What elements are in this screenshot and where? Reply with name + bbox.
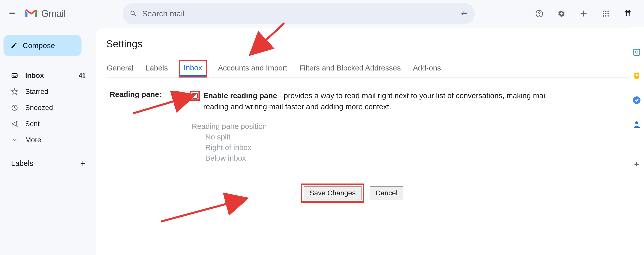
svg-point-4 — [608, 11, 609, 12]
enable-reading-pane-checkbox[interactable] — [190, 91, 200, 101]
reading-pane-description: Enable reading pane - provides a way to … — [203, 90, 564, 112]
settings-main: Settings General Labels Inbox Accounts a… — [96, 28, 629, 255]
svg-point-1 — [539, 15, 540, 16]
tab-accounts-import[interactable]: Accounts and Import — [217, 60, 288, 77]
svg-point-24 — [635, 74, 638, 77]
settings-buttons: Save Changes Cancel — [301, 184, 564, 203]
sidebar: Compose Inbox 41 Starred — [0, 27, 96, 255]
header: Gmail — [0, 0, 644, 27]
apps-icon[interactable] — [601, 9, 611, 19]
calendar-icon[interactable]: 31 — [632, 47, 641, 56]
chevron-down-icon — [11, 136, 18, 143]
nav-label: Sent — [25, 120, 40, 128]
tab-general[interactable]: General — [106, 60, 135, 77]
tab-labels[interactable]: Labels — [145, 60, 169, 77]
add-addon-button[interactable]: + — [634, 159, 639, 169]
compose-button[interactable]: Compose — [4, 35, 82, 56]
option-right-of-inbox: Right of inbox — [192, 142, 564, 153]
main-menu-icon[interactable] — [6, 8, 18, 20]
nav-label: More — [25, 136, 41, 144]
sidebar-item-starred[interactable]: Starred — [0, 84, 96, 100]
search-bar[interactable] — [123, 3, 475, 24]
tab-inbox[interactable]: Inbox — [179, 60, 207, 78]
option-no-split: No split — [192, 132, 564, 142]
tasks-icon[interactable] — [632, 96, 641, 105]
inbox-count: 41 — [79, 72, 86, 79]
svg-point-3 — [605, 11, 606, 12]
svg-rect-15 — [626, 16, 629, 16]
svg-point-5 — [603, 13, 604, 14]
contacts-icon[interactable] — [632, 120, 641, 129]
svg-point-7 — [608, 13, 609, 14]
gemini-icon[interactable] — [579, 9, 589, 19]
search-icon — [130, 10, 137, 17]
position-heading: Reading pane position — [192, 121, 564, 132]
svg-point-2 — [603, 11, 604, 12]
sent-icon — [11, 120, 18, 127]
save-changes-button[interactable]: Save Changes — [304, 186, 361, 200]
right-side-panel: 31 + — [629, 27, 644, 255]
help-icon[interactable] — [534, 9, 544, 19]
tab-filters-blocked[interactable]: Filters and Blocked Addresses — [298, 60, 402, 77]
save-button-highlight: Save Changes — [301, 184, 364, 203]
reading-pane-label: Reading pane: — [110, 90, 190, 99]
sidebar-item-inbox[interactable]: Inbox 41 — [0, 67, 96, 84]
nav-label: Starred — [25, 88, 48, 96]
sidebar-nav: Inbox 41 Starred Snoozed — [0, 67, 96, 148]
option-below-inbox: Below inbox — [192, 153, 564, 163]
checkbox-label: Enable reading pane — [203, 91, 277, 100]
star-icon — [11, 88, 18, 95]
nav-label: Inbox — [25, 71, 44, 80]
search-options-icon[interactable] — [461, 10, 468, 17]
gmail-logo[interactable]: Gmail — [24, 8, 66, 19]
cancel-button[interactable]: Cancel — [370, 186, 403, 200]
reading-pane-position-group: Reading pane position No split Right of … — [192, 121, 564, 163]
keep-icon[interactable] — [632, 71, 641, 81]
add-label-button[interactable]: + — [80, 158, 86, 169]
search-input[interactable] — [142, 9, 456, 18]
svg-point-26 — [635, 121, 638, 124]
labels-heading: Labels — [11, 159, 33, 168]
sidebar-item-sent[interactable]: Sent — [0, 116, 96, 132]
tab-addons[interactable]: Add-ons — [412, 60, 442, 77]
clock-icon — [11, 104, 18, 111]
sidebar-item-snoozed[interactable]: Snoozed — [0, 100, 96, 116]
svg-point-9 — [605, 15, 606, 17]
labels-heading-row: Labels + — [0, 148, 96, 169]
compose-label: Compose — [23, 41, 55, 50]
sidebar-item-more[interactable]: More — [0, 132, 96, 148]
svg-point-10 — [608, 15, 609, 17]
svg-point-6 — [605, 13, 606, 14]
nav-label: Snoozed — [25, 104, 53, 112]
header-actions — [534, 9, 638, 19]
account-avatar[interactable] — [623, 9, 633, 19]
svg-point-8 — [603, 15, 604, 17]
inbox-icon — [11, 72, 18, 79]
svg-text:31: 31 — [634, 50, 639, 55]
settings-tabs: General Labels Inbox Accounts and Import… — [106, 60, 629, 78]
page-title: Settings — [106, 38, 629, 50]
settings-icon[interactable] — [556, 9, 567, 19]
logo-text: Gmail — [41, 8, 66, 19]
reading-pane-row: Reading pane: Enable reading pane - prov… — [106, 90, 629, 203]
